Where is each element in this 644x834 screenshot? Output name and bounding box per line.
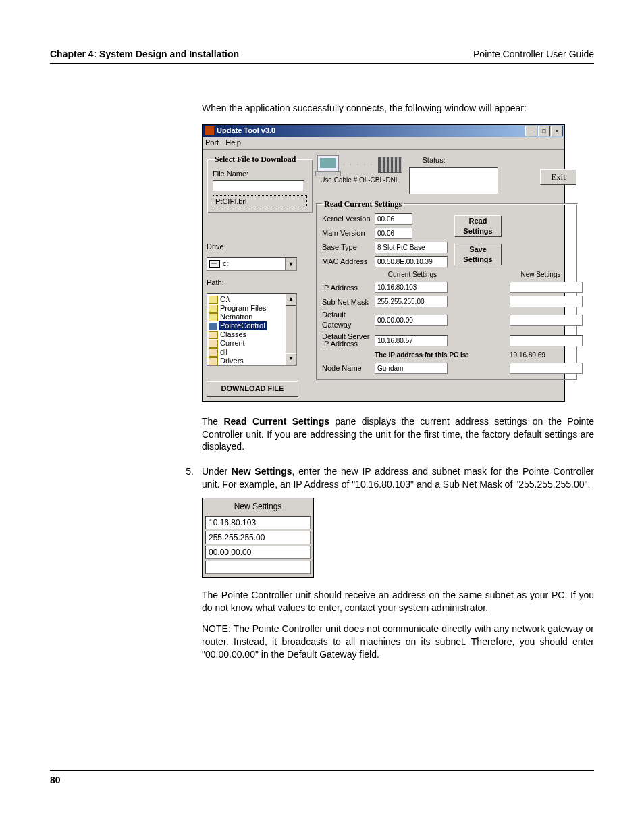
filename-input[interactable] <box>213 180 304 192</box>
node-value: Gundam <box>375 363 448 374</box>
base-label: Base Type <box>322 242 371 253</box>
maximize-button[interactable]: □ <box>538 126 550 136</box>
main-value: 00.06 <box>375 228 412 239</box>
tree-program-files[interactable]: Program Files <box>220 304 266 312</box>
drive-label: Drive: <box>207 242 312 252</box>
tree-dll[interactable]: dll <box>220 348 227 356</box>
server-new-input[interactable] <box>510 335 583 346</box>
read-settings-paragraph: The Read Current Settings pane displays … <box>202 415 594 454</box>
new-settings-header: New Settings <box>510 270 572 280</box>
new-settings-gateway[interactable]: 00.00.00.00 <box>205 546 311 559</box>
read-settings-group: Read Current Settings Kernel Version 00.… <box>316 199 578 380</box>
kernel-value: 00.06 <box>375 213 412 225</box>
subnet-new-input[interactable] <box>510 296 583 307</box>
scroll-down-icon[interactable]: ▼ <box>286 353 296 365</box>
node-label: Node Name <box>322 363 371 373</box>
status-label: Status: <box>423 155 533 165</box>
path-label: Path: <box>207 278 312 288</box>
new-settings-subnet[interactable]: 255.255.255.00 <box>205 531 311 544</box>
menubar: Port Help <box>203 137 564 150</box>
close-button[interactable]: × <box>551 126 563 136</box>
server-label-2: IP Address <box>322 340 358 348</box>
new-settings-ip[interactable]: 10.16.80.103 <box>205 516 311 529</box>
page-number: 80 <box>50 770 594 785</box>
subnet-value: 255.255.255.00 <box>375 296 448 307</box>
filename-label: File Name: <box>213 169 307 179</box>
step-number-5: 5. <box>183 465 194 491</box>
step-5-text: Under New Settings, enter the new IP add… <box>202 465 594 491</box>
current-settings-header: Current Settings <box>375 270 450 280</box>
main-label: Main Version <box>322 228 371 238</box>
tree-root[interactable]: C:\ <box>220 295 230 303</box>
subnet-paragraph: The Pointe Controller unit should receiv… <box>202 589 594 615</box>
menu-port[interactable]: Port <box>205 138 219 148</box>
tree-pointecontrol[interactable]: PointeControl <box>219 321 267 330</box>
gateway-label: Default Gateway <box>322 310 371 330</box>
read-settings-legend: Read Current Settings <box>322 199 404 209</box>
download-file-button[interactable]: DOWNLOAD FILE <box>207 381 298 397</box>
new-settings-blank[interactable] <box>205 561 311 574</box>
titlebar[interactable]: Update Tool v3.0 _ □ × <box>203 125 564 137</box>
select-file-group: Select File to Download File Name: PtCIP… <box>207 154 313 213</box>
filetype-select[interactable]: PtCIPl.brl <box>213 195 307 207</box>
chevron-down-icon[interactable]: ▼ <box>285 258 296 270</box>
ip-label: IP Address <box>322 283 371 293</box>
tree-classes[interactable]: Classes <box>220 330 246 338</box>
kernel-label: Kernel Version <box>322 214 371 224</box>
update-tool-window: Update Tool v3.0 _ □ × Port Help Select … <box>202 124 565 402</box>
drive-value: c: <box>223 259 229 269</box>
exit-button[interactable]: Exit <box>540 169 576 185</box>
scroll-up-icon[interactable]: ▲ <box>286 294 296 306</box>
mac-label: MAC Address <box>322 257 371 267</box>
subnet-label: Sub Net Mask <box>322 297 371 307</box>
pcip-label: The IP address for this PC is: <box>375 350 506 360</box>
drive-combo[interactable]: c: ▼ <box>207 257 297 271</box>
gateway-new-input[interactable] <box>510 315 583 326</box>
read-settings-button[interactable]: Read Settings <box>454 215 502 237</box>
note-paragraph: NOTE: The Pointe Controller unit does no… <box>202 623 594 661</box>
pc-icon <box>317 155 339 174</box>
tree-current[interactable]: Current <box>220 339 245 347</box>
chapter-heading: Chapter 4: System Design and Installatio… <box>50 49 239 59</box>
menu-help[interactable]: Help <box>225 138 241 148</box>
cable-label: Use Cable # OL-CBL-DNL <box>320 176 399 185</box>
path-tree[interactable]: C:\ Program Files Nematron PointeControl… <box>207 293 297 366</box>
intro-paragraph: When the application successfully connec… <box>202 102 594 115</box>
minimize-button[interactable]: _ <box>525 126 537 136</box>
node-new-input[interactable] <box>510 363 583 374</box>
cable-dots: · · · · · <box>343 159 374 170</box>
new-settings-figure: New Settings 10.16.80.103 255.255.255.00… <box>202 498 314 578</box>
ip-new-input[interactable] <box>510 282 583 293</box>
save-settings-button[interactable]: Save Settings <box>454 244 502 265</box>
tree-scrollbar[interactable]: ▲ ▼ <box>286 294 296 365</box>
new-settings-figure-header: New Settings <box>203 498 313 515</box>
window-title: Update Tool v3.0 <box>217 126 525 136</box>
ip-value: 10.16.80.103 <box>375 282 448 293</box>
drive-icon <box>209 260 220 268</box>
app-icon <box>205 126 214 135</box>
gateway-value: 00.00.00.00 <box>375 315 448 326</box>
server-value: 10.16.80.57 <box>375 335 448 346</box>
status-box <box>409 167 498 194</box>
select-file-legend: Select File to Download <box>213 154 298 165</box>
base-value: 8 Slot PtC Base <box>375 242 448 253</box>
mac-value: 00.50.8E.00.10.39 <box>375 256 448 267</box>
guide-heading: Pointe Controller User Guide <box>473 49 594 59</box>
pcip-value: 10.16.80.69 <box>510 350 572 360</box>
tree-drivers[interactable]: Drivers <box>220 357 244 365</box>
tree-nematron[interactable]: Nematron <box>220 313 252 321</box>
controller-icon <box>378 157 402 173</box>
